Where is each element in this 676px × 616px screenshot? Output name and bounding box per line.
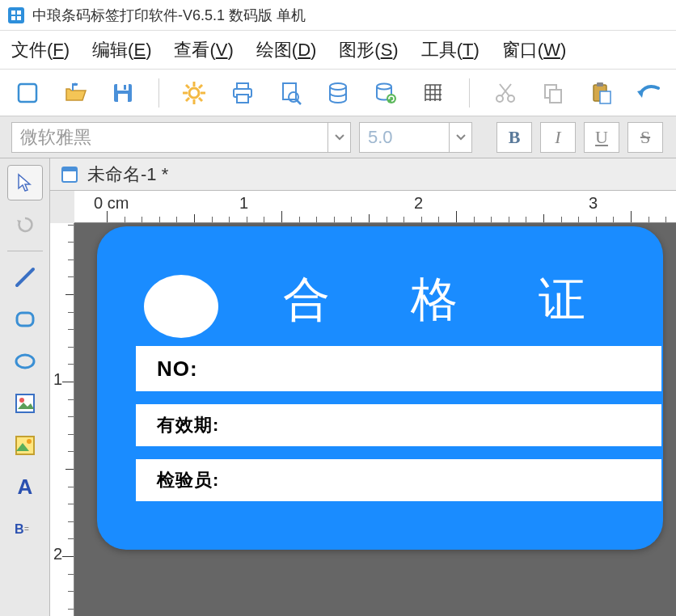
svg-point-26	[377, 83, 391, 89]
app-icon	[6, 6, 26, 25]
pointer-tool[interactable]	[7, 165, 43, 200]
bold-button[interactable]: B	[496, 122, 532, 153]
ruler-mark: 2	[53, 545, 62, 563]
grid-button[interactable]	[420, 78, 448, 108]
menu-view[interactable]: 查看(V)	[174, 38, 233, 62]
card-title-text[interactable]: 合 格 证	[283, 268, 619, 331]
svg-line-15	[186, 85, 189, 88]
open-button[interactable]	[61, 78, 89, 108]
document-icon	[60, 165, 79, 184]
svg-rect-44	[600, 91, 611, 103]
menu-window[interactable]: 窗口(W)	[502, 38, 566, 62]
document-tab-label: 未命名-1 *	[87, 162, 168, 187]
menu-file[interactable]: 文件(F)	[11, 38, 70, 62]
menu-shape[interactable]: 图形(S)	[339, 38, 398, 62]
svg-point-27	[387, 94, 396, 103]
undo-button[interactable]	[635, 78, 663, 108]
barcode-tool[interactable]: B=	[7, 510, 43, 546]
card-circle-shape[interactable]	[144, 275, 218, 338]
line-tool[interactable]	[7, 259, 43, 295]
image-tool[interactable]	[7, 386, 43, 421]
settings-button[interactable]	[180, 78, 209, 108]
svg-point-25	[330, 83, 346, 90]
svg-rect-9	[124, 85, 126, 90]
rotate-tool[interactable]	[7, 207, 43, 243]
rounded-rect-tool[interactable]	[7, 302, 43, 337]
window-title: 中琅条码标签打印软件-V6.5.1 数码版 单机	[32, 6, 306, 25]
svg-point-47	[16, 355, 34, 368]
svg-line-38	[501, 84, 511, 96]
main-area: A B= 未命名-1 * 0 cm 1 2 3 1 2	[0, 158, 676, 616]
svg-rect-48	[16, 394, 34, 412]
copy-button[interactable]	[539, 78, 567, 108]
svg-rect-1	[11, 11, 15, 15]
svg-rect-8	[118, 94, 128, 102]
menu-edit[interactable]: 编辑(E)	[92, 38, 151, 62]
svg-rect-19	[237, 83, 248, 89]
dropdown-icon	[449, 123, 471, 152]
svg-rect-21	[237, 95, 248, 103]
svg-text:B: B	[15, 522, 24, 535]
svg-text:=: =	[24, 525, 29, 534]
database-button[interactable]	[323, 78, 352, 108]
menu-bar: 文件(F) 编辑(E) 查看(V) 绘图(D) 图形(S) 工具(T) 窗口(W…	[0, 31, 676, 70]
svg-line-24	[297, 100, 301, 104]
svg-line-45	[17, 269, 33, 285]
work-area: 未命名-1 * 0 cm 1 2 3 1 2 合 格 证 NO: 有效期: 检验…	[50, 158, 676, 616]
svg-point-51	[27, 439, 32, 444]
format-toolbar: 微软雅黑 5.0 B I U S	[0, 116, 676, 158]
text-tool[interactable]: A	[7, 470, 43, 505]
ellipse-tool[interactable]	[7, 344, 43, 379]
font-family-select[interactable]: 微软雅黑	[11, 122, 351, 153]
svg-line-39	[500, 84, 509, 96]
svg-rect-7	[117, 84, 129, 91]
svg-rect-56	[62, 167, 77, 171]
font-size-select[interactable]: 5.0	[359, 122, 472, 153]
picture-tool[interactable]	[7, 428, 43, 463]
svg-rect-0	[8, 7, 24, 23]
toolbar-separator	[158, 78, 159, 108]
card-field-inspector[interactable]: 检验员:	[136, 459, 661, 501]
canvas[interactable]: 合 格 证 NO: 有效期: 检验员:	[74, 223, 676, 616]
dropdown-icon	[327, 123, 350, 152]
card-field-valid[interactable]: 有效期:	[136, 404, 661, 446]
preview-button[interactable]	[276, 78, 304, 108]
svg-text:A: A	[17, 475, 32, 499]
svg-rect-2	[17, 11, 21, 15]
card-field-no[interactable]: NO:	[136, 346, 661, 391]
underline-button[interactable]: U	[584, 122, 619, 153]
canvas-row: 1 2 合 格 证 NO: 有效期: 检验员:	[50, 223, 676, 616]
horizontal-ruler[interactable]: 0 cm 1 2 3	[74, 191, 676, 223]
svg-line-16	[199, 98, 202, 101]
menu-draw[interactable]: 绘图(D)	[256, 38, 317, 62]
title-bar: 中琅条码标签打印软件-V6.5.1 数码版 单机	[0, 0, 676, 31]
new-button[interactable]	[13, 78, 41, 108]
svg-point-10	[189, 88, 199, 98]
document-tab[interactable]: 未命名-1 *	[50, 158, 676, 191]
sidebar-separator	[7, 251, 43, 251]
ruler-mark: 1	[239, 194, 248, 213]
print-button[interactable]	[228, 78, 256, 108]
svg-rect-43	[597, 82, 603, 86]
strike-button[interactable]: S	[627, 122, 663, 153]
cut-button[interactable]	[491, 78, 519, 108]
ruler-mark: 2	[414, 194, 423, 213]
database-refresh-button[interactable]	[372, 78, 400, 108]
toolbar-separator	[469, 78, 470, 108]
paste-button[interactable]	[587, 78, 615, 108]
italic-button[interactable]: I	[540, 122, 576, 153]
ruler-mark: 3	[589, 194, 598, 213]
ruler-mark: 0 cm	[94, 194, 129, 213]
svg-line-17	[199, 85, 202, 88]
svg-rect-46	[17, 313, 33, 326]
svg-rect-3	[11, 16, 15, 20]
tool-sidebar: A B=	[0, 158, 50, 616]
svg-rect-5	[19, 84, 36, 102]
save-button[interactable]	[108, 78, 137, 108]
label-design[interactable]: 合 格 证 NO: 有效期: 检验员:	[97, 226, 663, 550]
vertical-ruler[interactable]: 1 2	[50, 223, 74, 616]
font-size-value: 5.0	[368, 127, 393, 148]
svg-rect-4	[17, 16, 21, 20]
main-toolbar	[0, 70, 676, 116]
menu-tool[interactable]: 工具(T)	[421, 38, 480, 62]
